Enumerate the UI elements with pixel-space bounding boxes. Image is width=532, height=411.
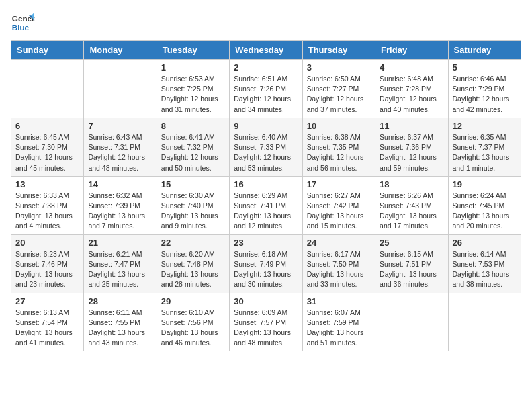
calendar-week-5: 27Sunrise: 6:13 AM Sunset: 7:54 PM Dayli…	[11, 293, 521, 351]
calendar-cell: 31Sunrise: 6:07 AM Sunset: 7:59 PM Dayli…	[302, 293, 375, 351]
day-detail: Sunrise: 6:38 AM Sunset: 7:35 PM Dayligh…	[307, 132, 371, 173]
day-detail: Sunrise: 6:41 AM Sunset: 7:32 PM Dayligh…	[161, 132, 225, 173]
calendar-cell: 21Sunrise: 6:21 AM Sunset: 7:47 PM Dayli…	[84, 234, 157, 293]
day-number: 12	[453, 121, 517, 131]
day-detail: Sunrise: 6:37 AM Sunset: 7:36 PM Dayligh…	[380, 132, 443, 173]
logo-icon: General Blue	[11, 11, 35, 35]
calendar-week-1: 1Sunrise: 6:53 AM Sunset: 7:25 PM Daylig…	[11, 60, 521, 118]
day-number: 22	[161, 238, 225, 248]
day-number: 24	[307, 238, 371, 248]
day-detail: Sunrise: 6:23 AM Sunset: 7:46 PM Dayligh…	[15, 249, 79, 290]
calendar-cell: 22Sunrise: 6:20 AM Sunset: 7:48 PM Dayli…	[157, 234, 229, 293]
weekday-header-sunday: Sunday	[11, 41, 84, 60]
day-number: 17	[307, 179, 371, 189]
day-detail: Sunrise: 6:21 AM Sunset: 7:47 PM Dayligh…	[88, 249, 152, 290]
day-detail: Sunrise: 6:46 AM Sunset: 7:29 PM Dayligh…	[453, 74, 517, 115]
weekday-header-monday: Monday	[84, 41, 157, 60]
weekday-header-saturday: Saturday	[448, 41, 521, 60]
calendar-cell: 10Sunrise: 6:38 AM Sunset: 7:35 PM Dayli…	[302, 118, 375, 176]
day-number: 27	[15, 296, 79, 306]
svg-text:Blue: Blue	[12, 23, 30, 32]
calendar-cell: 28Sunrise: 6:11 AM Sunset: 7:55 PM Dayli…	[84, 293, 157, 351]
day-number: 7	[88, 121, 152, 131]
day-number: 8	[161, 121, 225, 131]
day-detail: Sunrise: 6:35 AM Sunset: 7:37 PM Dayligh…	[453, 132, 517, 173]
day-number: 29	[161, 296, 225, 306]
calendar-cell: 20Sunrise: 6:23 AM Sunset: 7:46 PM Dayli…	[11, 234, 84, 293]
day-number: 31	[307, 296, 371, 306]
weekday-header-thursday: Thursday	[302, 41, 375, 60]
day-number: 3	[307, 62, 371, 73]
day-detail: Sunrise: 6:29 AM Sunset: 7:41 PM Dayligh…	[234, 191, 298, 232]
day-number: 25	[380, 238, 443, 248]
calendar-cell: 7Sunrise: 6:43 AM Sunset: 7:31 PM Daylig…	[84, 118, 157, 176]
calendar-cell: 14Sunrise: 6:32 AM Sunset: 7:39 PM Dayli…	[84, 176, 157, 234]
day-detail: Sunrise: 6:32 AM Sunset: 7:39 PM Dayligh…	[88, 191, 152, 232]
day-number: 9	[234, 121, 298, 131]
day-detail: Sunrise: 6:14 AM Sunset: 7:53 PM Dayligh…	[453, 249, 517, 290]
day-detail: Sunrise: 6:07 AM Sunset: 7:59 PM Dayligh…	[307, 308, 371, 349]
calendar-cell: 6Sunrise: 6:45 AM Sunset: 7:30 PM Daylig…	[11, 118, 84, 176]
day-detail: Sunrise: 6:17 AM Sunset: 7:50 PM Dayligh…	[307, 249, 371, 290]
calendar-cell: 3Sunrise: 6:50 AM Sunset: 7:27 PM Daylig…	[302, 60, 375, 118]
calendar-cell: 15Sunrise: 6:30 AM Sunset: 7:40 PM Dayli…	[157, 176, 229, 234]
day-detail: Sunrise: 6:24 AM Sunset: 7:45 PM Dayligh…	[453, 191, 517, 232]
calendar-cell: 25Sunrise: 6:15 AM Sunset: 7:51 PM Dayli…	[375, 234, 448, 293]
day-number: 21	[88, 238, 152, 248]
weekday-header-wednesday: Wednesday	[230, 41, 302, 60]
calendar-cell: 13Sunrise: 6:33 AM Sunset: 7:38 PM Dayli…	[11, 176, 84, 234]
day-number: 2	[234, 62, 298, 73]
day-number: 19	[453, 179, 517, 189]
day-number: 15	[161, 179, 225, 189]
day-detail: Sunrise: 6:09 AM Sunset: 7:57 PM Dayligh…	[234, 308, 298, 349]
calendar-cell: 27Sunrise: 6:13 AM Sunset: 7:54 PM Dayli…	[11, 293, 84, 351]
day-number: 4	[380, 62, 443, 73]
calendar-cell: 9Sunrise: 6:40 AM Sunset: 7:33 PM Daylig…	[230, 118, 302, 176]
day-detail: Sunrise: 6:15 AM Sunset: 7:51 PM Dayligh…	[380, 249, 443, 290]
day-detail: Sunrise: 6:45 AM Sunset: 7:30 PM Dayligh…	[15, 132, 79, 173]
day-detail: Sunrise: 6:48 AM Sunset: 7:28 PM Dayligh…	[380, 74, 443, 115]
day-number: 1	[161, 62, 225, 73]
calendar-cell: 30Sunrise: 6:09 AM Sunset: 7:57 PM Dayli…	[230, 293, 302, 351]
day-detail: Sunrise: 6:18 AM Sunset: 7:49 PM Dayligh…	[234, 249, 298, 290]
calendar-cell: 5Sunrise: 6:46 AM Sunset: 7:29 PM Daylig…	[448, 60, 521, 118]
day-detail: Sunrise: 6:33 AM Sunset: 7:38 PM Dayligh…	[15, 191, 79, 232]
calendar-cell: 11Sunrise: 6:37 AM Sunset: 7:36 PM Dayli…	[375, 118, 448, 176]
day-detail: Sunrise: 6:26 AM Sunset: 7:43 PM Dayligh…	[380, 191, 443, 232]
calendar-cell: 17Sunrise: 6:27 AM Sunset: 7:42 PM Dayli…	[302, 176, 375, 234]
calendar-cell: 2Sunrise: 6:51 AM Sunset: 7:26 PM Daylig…	[230, 60, 302, 118]
day-detail: Sunrise: 6:10 AM Sunset: 7:56 PM Dayligh…	[161, 308, 225, 349]
day-detail: Sunrise: 6:43 AM Sunset: 7:31 PM Dayligh…	[88, 132, 152, 173]
calendar-cell	[11, 60, 84, 118]
calendar-week-2: 6Sunrise: 6:45 AM Sunset: 7:30 PM Daylig…	[11, 118, 521, 176]
calendar-cell: 4Sunrise: 6:48 AM Sunset: 7:28 PM Daylig…	[375, 60, 448, 118]
day-detail: Sunrise: 6:20 AM Sunset: 7:48 PM Dayligh…	[161, 249, 225, 290]
calendar-cell	[448, 293, 521, 351]
day-number: 28	[88, 296, 152, 306]
weekday-header-friday: Friday	[375, 41, 448, 60]
day-detail: Sunrise: 6:11 AM Sunset: 7:55 PM Dayligh…	[88, 308, 152, 349]
day-number: 20	[15, 238, 79, 248]
weekday-header-row: SundayMondayTuesdayWednesdayThursdayFrid…	[11, 41, 521, 60]
calendar-cell: 29Sunrise: 6:10 AM Sunset: 7:56 PM Dayli…	[157, 293, 229, 351]
logo: General Blue	[11, 11, 35, 35]
calendar-cell: 12Sunrise: 6:35 AM Sunset: 7:37 PM Dayli…	[448, 118, 521, 176]
calendar-week-3: 13Sunrise: 6:33 AM Sunset: 7:38 PM Dayli…	[11, 176, 521, 234]
day-number: 10	[307, 121, 371, 131]
calendar-cell: 26Sunrise: 6:14 AM Sunset: 7:53 PM Dayli…	[448, 234, 521, 293]
day-number: 6	[15, 121, 79, 131]
calendar-cell	[375, 293, 448, 351]
calendar-cell: 24Sunrise: 6:17 AM Sunset: 7:50 PM Dayli…	[302, 234, 375, 293]
calendar-table: SundayMondayTuesdayWednesdayThursdayFrid…	[11, 40, 521, 351]
day-detail: Sunrise: 6:27 AM Sunset: 7:42 PM Dayligh…	[307, 191, 371, 232]
day-detail: Sunrise: 6:53 AM Sunset: 7:25 PM Dayligh…	[161, 74, 225, 115]
day-number: 13	[15, 179, 79, 189]
day-detail: Sunrise: 6:40 AM Sunset: 7:33 PM Dayligh…	[234, 132, 298, 173]
weekday-header-tuesday: Tuesday	[157, 41, 229, 60]
day-number: 5	[453, 62, 517, 73]
calendar-week-4: 20Sunrise: 6:23 AM Sunset: 7:46 PM Dayli…	[11, 234, 521, 293]
day-number: 30	[234, 296, 298, 306]
calendar-cell: 8Sunrise: 6:41 AM Sunset: 7:32 PM Daylig…	[157, 118, 229, 176]
calendar-cell: 1Sunrise: 6:53 AM Sunset: 7:25 PM Daylig…	[157, 60, 229, 118]
day-detail: Sunrise: 6:50 AM Sunset: 7:27 PM Dayligh…	[307, 74, 371, 115]
